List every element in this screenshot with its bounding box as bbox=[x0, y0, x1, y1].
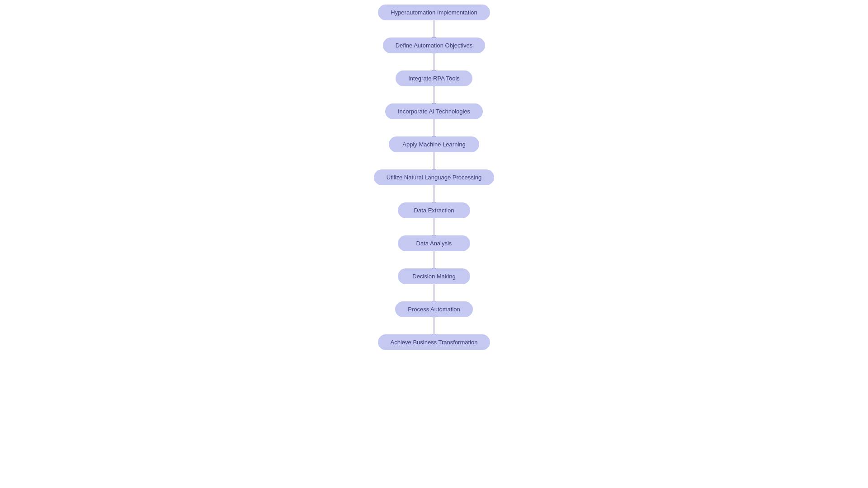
connector-10 bbox=[434, 317, 434, 334]
flowchart-container: Hyperautomation Implementation Define Au… bbox=[0, 0, 868, 488]
connector-9 bbox=[434, 284, 434, 301]
node-data-analysis: Data Analysis bbox=[398, 235, 470, 251]
node-utilize-nlp: Utilize Natural Language Processing bbox=[374, 169, 494, 185]
connector-2 bbox=[434, 53, 434, 70]
node-achieve-business-transformation: Achieve Business Transformation bbox=[378, 334, 491, 350]
connector-8 bbox=[434, 251, 434, 268]
connector-1 bbox=[434, 20, 434, 38]
connector-4 bbox=[434, 119, 434, 136]
node-integrate-rpa-tools: Integrate RPA Tools bbox=[396, 70, 472, 86]
connector-5 bbox=[434, 152, 434, 169]
node-hyperautomation-implementation: Hyperautomation Implementation bbox=[378, 5, 490, 20]
node-data-extraction: Data Extraction bbox=[398, 202, 470, 218]
connector-6 bbox=[434, 185, 434, 202]
node-process-automation: Process Automation bbox=[395, 301, 473, 317]
node-incorporate-ai-technologies: Incorporate AI Technologies bbox=[385, 103, 483, 119]
node-decision-making: Decision Making bbox=[398, 268, 470, 284]
node-define-automation-objectives: Define Automation Objectives bbox=[383, 38, 486, 53]
connector-7 bbox=[434, 218, 434, 235]
connector-3 bbox=[434, 86, 434, 103]
node-apply-machine-learning: Apply Machine Learning bbox=[389, 136, 479, 152]
